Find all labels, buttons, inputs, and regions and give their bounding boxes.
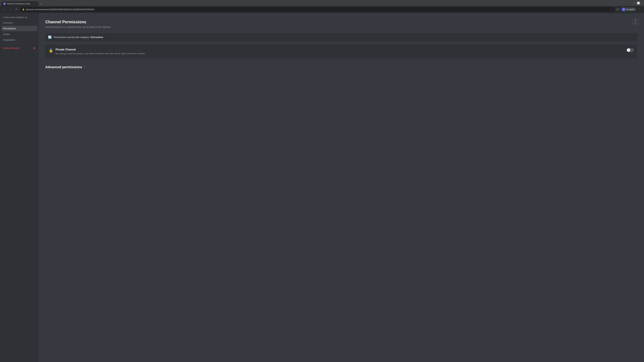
close-button[interactable]: ✕ ESC xyxy=(632,18,639,25)
settings-sidebar: # THIS-IS-MY-CHANNEL IN... Overview Perm… xyxy=(0,13,38,362)
active-tab[interactable]: D Discord | Permissions | Artists Di × xyxy=(1,1,38,6)
private-channel-description: By making a channel private, only select… xyxy=(56,52,624,55)
private-channel-lock-icon: 🔒 xyxy=(49,48,53,53)
new-tab-button[interactable]: + xyxy=(39,1,44,6)
lock-icon: 🔒 xyxy=(22,8,25,10)
browser-toolbar: ← → ↻ 🔒 discord.com/channels/11823620100… xyxy=(0,6,644,13)
browser-chrome: D Discord | Permissions | Artists Di × +… xyxy=(0,0,644,13)
sync-text: Permissions synced with category: Inform… xyxy=(54,36,103,38)
menu-button[interactable]: ⋮ xyxy=(637,7,642,12)
esc-label: ESC xyxy=(634,22,637,24)
address-bar[interactable]: 🔒 discord.com/channels/11823620100679352… xyxy=(20,7,614,12)
advanced-permissions-label: Advanced permissions xyxy=(45,65,82,69)
toggle-knob: ✕ xyxy=(627,48,630,52)
tab-title: Discord | Permissions | Artists Di xyxy=(7,3,32,5)
sidebar-item-integrations[interactable]: Integrations xyxy=(1,37,37,42)
sidebar-item-invites[interactable]: Invites xyxy=(1,31,37,37)
window-controls: — ⬜ × xyxy=(634,2,643,4)
settings-content: ✕ ESC Channel Permissions Use permission… xyxy=(38,13,644,362)
advanced-permissions-link[interactable]: Advanced permissions › xyxy=(45,64,637,70)
bookmark-icon[interactable]: ☆ xyxy=(610,8,612,11)
toolbar-right: ⬛ I Incognito ⋮ xyxy=(615,7,642,12)
private-channel-card: 🔒 Private Channel By making a channel pr… xyxy=(45,45,637,58)
private-channel-title: Private Channel xyxy=(56,48,624,51)
sidebar-item-overview[interactable]: Overview xyxy=(1,20,37,25)
maximize-button[interactable]: ⬜ xyxy=(637,2,639,4)
refresh-button[interactable]: ↻ xyxy=(14,7,19,12)
url-text: discord.com/channels/1182362010067935253… xyxy=(26,8,608,11)
tab-favicon: D xyxy=(3,2,6,5)
sync-notice: 🔄 Permissions synced with category: Info… xyxy=(45,33,637,41)
close-window-button[interactable]: × xyxy=(641,2,643,4)
toggle-x-icon: ✕ xyxy=(628,49,629,51)
chevron-right-icon: › xyxy=(84,65,85,69)
browser-titlebar: D Discord | Permissions | Artists Di × +… xyxy=(0,0,644,6)
sync-icon: 🔄 xyxy=(48,35,52,39)
incognito-badge[interactable]: I Incognito xyxy=(621,7,636,11)
browser-tabs: D Discord | Permissions | Artists Di × + xyxy=(1,0,44,6)
delete-channel-button[interactable]: Delete Channel 🗑 xyxy=(1,45,37,51)
toggle-container: ✕ xyxy=(626,48,634,52)
app-container: # THIS-IS-MY-CHANNEL IN... Overview Perm… xyxy=(0,13,644,362)
page-title: Channel Permissions xyxy=(45,19,637,24)
page-subtitle: Use permissions to customize who can do … xyxy=(45,26,637,28)
incognito-label: Incognito xyxy=(626,8,634,10)
incognito-icon: I xyxy=(622,8,626,11)
sidebar-item-permissions[interactable]: Permissions xyxy=(1,26,37,31)
tab-close-button[interactable]: × xyxy=(34,2,36,5)
forward-button[interactable]: → xyxy=(8,7,13,12)
private-channel-info: Private Channel By making a channel priv… xyxy=(56,48,624,55)
trash-icon: 🗑 xyxy=(33,47,36,49)
back-button[interactable]: ← xyxy=(2,7,7,12)
extensions-button[interactable]: ⬛ xyxy=(615,7,620,12)
close-x-icon: ✕ xyxy=(634,19,637,22)
private-channel-toggle[interactable]: ✕ xyxy=(626,48,634,52)
minimize-button[interactable]: — xyxy=(634,2,636,4)
channel-label: # THIS-IS-MY-CHANNEL IN... xyxy=(1,15,37,19)
